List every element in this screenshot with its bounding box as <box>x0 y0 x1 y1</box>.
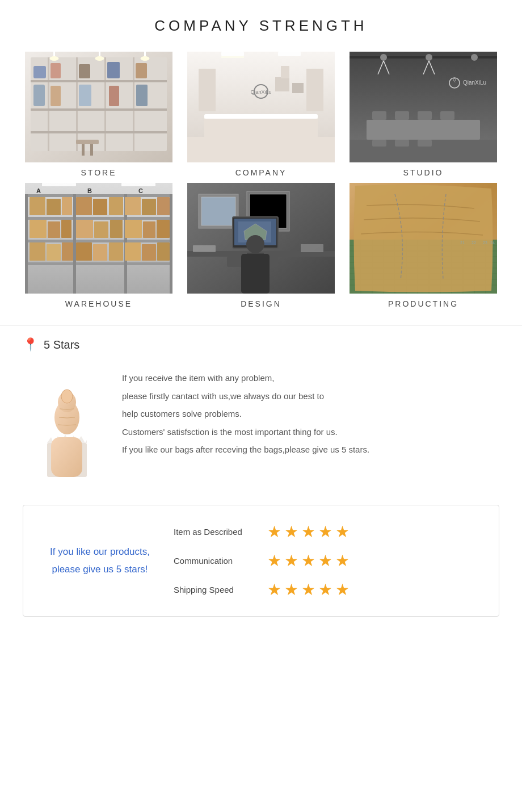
svg-rect-124 <box>193 245 216 252</box>
stars-item-described: ★ ★ ★ ★ ★ <box>267 522 350 541</box>
svg-rect-13 <box>107 62 120 78</box>
svg-rect-18 <box>109 86 119 106</box>
svg-rect-75 <box>25 194 28 294</box>
store-label: STORE <box>81 168 117 177</box>
five-stars-header: 📍 5 Stars <box>23 337 499 352</box>
rating-label-item-described: Item as Described <box>174 527 259 537</box>
svg-rect-93 <box>110 220 123 238</box>
grid-item-company: QianXiLu COMPANY <box>185 52 337 177</box>
rating-row-shipping: Shipping Speed ★ ★ ★ ★ ★ <box>174 580 485 599</box>
svg-rect-78 <box>170 194 172 294</box>
svg-rect-98 <box>47 244 61 261</box>
svg-rect-10 <box>33 66 46 78</box>
svg-rect-72 <box>25 217 172 220</box>
svg-rect-60 <box>440 111 454 120</box>
svg-rect-105 <box>157 242 170 261</box>
producting-image: 21 22 23 24 <box>347 183 499 294</box>
svg-rect-101 <box>93 244 107 261</box>
svg-rect-41 <box>306 69 323 111</box>
svg-rect-85 <box>125 197 141 215</box>
rating-box: If you like our products, please give us… <box>23 505 499 617</box>
grid-item-design: DESIGN <box>185 183 337 308</box>
svg-point-158 <box>61 390 73 403</box>
rating-label-shipping: Shipping Speed <box>174 585 259 595</box>
company-strength-section: COMPANY STRENGTH <box>0 0 522 325</box>
svg-rect-123 <box>241 254 270 294</box>
pin-icon: 📍 <box>23 337 38 352</box>
rating-cta-line1: If you like our products, <box>50 546 150 557</box>
star-1: ★ <box>267 551 281 570</box>
svg-rect-69 <box>42 183 76 186</box>
rating-label-communication: Communication <box>174 556 259 566</box>
producting-label: PRODUCTING <box>388 299 458 308</box>
star-5: ★ <box>335 522 350 541</box>
svg-rect-3 <box>48 57 49 151</box>
svg-text:24: 24 <box>490 241 495 245</box>
svg-rect-36 <box>204 114 318 119</box>
svg-rect-19 <box>136 85 148 106</box>
warehouse-image: A B C <box>23 183 175 294</box>
rating-row-item-described: Item as Described ★ ★ ★ ★ ★ <box>174 522 485 541</box>
company-image: QianXiLu <box>185 52 337 162</box>
svg-rect-6 <box>133 57 134 151</box>
five-stars-title: 5 Stars <box>44 338 79 351</box>
star-1: ★ <box>267 522 281 541</box>
svg-rect-155 <box>51 437 82 477</box>
svg-text:A: A <box>36 187 41 194</box>
grid-item-warehouse: A B C WAREHOUSE <box>23 183 175 308</box>
svg-rect-21 <box>82 144 85 156</box>
svg-rect-9 <box>31 131 167 133</box>
rating-left-panel: If you like our products, please give us… <box>37 543 162 578</box>
svg-rect-99 <box>62 242 73 261</box>
stars-text-line5: If you like our bags after receving the … <box>122 441 499 459</box>
star-5: ★ <box>335 580 350 599</box>
store-image <box>23 52 175 162</box>
svg-text:C: C <box>138 187 143 194</box>
svg-rect-33 <box>278 52 301 56</box>
svg-rect-88 <box>30 220 47 238</box>
grid-item-studio: Q QianXiLu STUDIO <box>347 52 499 177</box>
thumbs-up-image <box>23 363 111 479</box>
svg-rect-87 <box>157 197 170 215</box>
svg-point-54 <box>471 54 478 61</box>
svg-rect-86 <box>142 199 156 215</box>
stars-text-line4: Customers' satisfsction is the most impo… <box>122 423 499 441</box>
star-4: ★ <box>318 551 332 570</box>
svg-rect-34 <box>187 137 335 162</box>
svg-rect-59 <box>418 111 432 120</box>
svg-text:QianXiLu: QianXiLu <box>463 79 486 86</box>
svg-rect-15 <box>33 85 45 106</box>
svg-rect-82 <box>76 197 92 215</box>
section-title: COMPANY STRENGTH <box>23 17 499 35</box>
svg-rect-57 <box>372 111 386 120</box>
svg-rect-94 <box>125 220 142 238</box>
svg-rect-100 <box>76 242 92 261</box>
svg-rect-8 <box>31 108 167 111</box>
svg-rect-73 <box>25 240 172 242</box>
design-image <box>185 183 337 294</box>
svg-rect-102 <box>109 242 123 261</box>
svg-point-28 <box>141 56 150 61</box>
svg-text:QianXiLu: QianXiLu <box>250 89 271 95</box>
svg-rect-20 <box>76 140 99 144</box>
svg-rect-104 <box>142 244 156 261</box>
warehouse-label: WAREHOUSE <box>65 299 132 308</box>
svg-rect-112 <box>201 197 235 225</box>
svg-rect-79 <box>30 197 45 215</box>
rating-cta-line2: please give us 5 stars! <box>52 564 148 575</box>
svg-rect-91 <box>76 220 93 238</box>
image-grid-row1: STORE <box>23 52 499 177</box>
svg-rect-14 <box>136 63 147 78</box>
svg-point-26 <box>95 56 104 61</box>
five-stars-section: 📍 5 Stars <box>0 325 522 491</box>
svg-rect-70 <box>121 183 155 186</box>
svg-point-24 <box>50 56 59 61</box>
svg-rect-4 <box>76 57 78 151</box>
stars-shipping: ★ ★ ★ ★ ★ <box>267 580 350 599</box>
svg-text:22: 22 <box>472 241 476 245</box>
design-label: DESIGN <box>241 299 281 308</box>
svg-rect-7 <box>31 80 167 82</box>
studio-image: Q QianXiLu <box>347 52 499 162</box>
svg-text:23: 23 <box>483 241 487 245</box>
svg-rect-42 <box>275 77 289 91</box>
